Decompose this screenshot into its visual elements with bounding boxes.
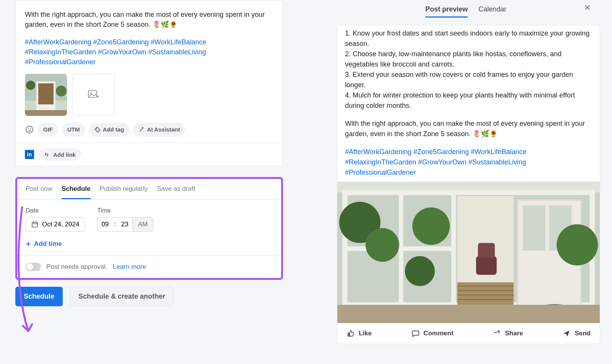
compose-column: With the right approach, you can make th… xyxy=(15,0,283,306)
svg-point-35 xyxy=(557,224,598,266)
time-group: Time 09 : 23 AM xyxy=(97,207,153,232)
svg-rect-4 xyxy=(25,110,67,116)
tip-1: 1. Know your frost dates and start seeds… xyxy=(345,28,592,49)
send-button[interactable]: Send xyxy=(562,329,591,338)
comment-icon xyxy=(411,329,420,338)
image-plus-icon xyxy=(88,90,99,99)
add-link-chip[interactable]: Add link xyxy=(39,148,81,161)
time-sep: : xyxy=(112,218,117,231)
approval-row: Post needs approval. Learn more xyxy=(17,255,281,278)
time-minute[interactable]: 23 xyxy=(117,218,132,231)
composer-card: With the right approach, you can make th… xyxy=(15,0,283,166)
smile-icon xyxy=(25,125,34,134)
tag-icon xyxy=(94,127,101,133)
tab-calendar[interactable]: Calendar xyxy=(479,5,506,18)
send-icon xyxy=(562,329,571,338)
utm-chip[interactable]: UTM xyxy=(62,123,85,136)
approval-text: Post needs approval. xyxy=(46,263,107,271)
approval-toggle[interactable] xyxy=(26,263,41,271)
svg-point-32 xyxy=(366,228,399,262)
schedule-buttons: Schedule Schedule & create another xyxy=(15,287,283,306)
svg-point-34 xyxy=(405,256,435,286)
thumbs-up-icon xyxy=(347,329,355,338)
compose-chip-row: GIF UTM Add tag AI Assistant xyxy=(25,123,273,136)
svg-rect-30 xyxy=(478,243,495,258)
date-label: Date xyxy=(26,207,85,214)
preview-card: 1. Know your frost dates and start seeds… xyxy=(337,25,600,344)
tip-2: 2. Choose hardy, low-maintenance plants … xyxy=(345,49,592,70)
greenhouse-thumbnail-svg xyxy=(25,74,67,116)
preview-hashtags[interactable]: #AfterWorkGardening #Zone5Gardening #Wor… xyxy=(345,147,592,178)
tab-schedule[interactable]: Schedule xyxy=(62,185,91,199)
svg-rect-29 xyxy=(476,256,497,275)
wand-icon xyxy=(138,127,145,133)
svg-point-33 xyxy=(412,207,450,245)
plus-icon xyxy=(26,241,31,247)
calendar-icon xyxy=(31,221,38,228)
gif-chip[interactable]: GIF xyxy=(38,123,58,136)
tip-4: 4. Mulch for winter protection to keep y… xyxy=(345,90,592,111)
media-row xyxy=(25,74,273,116)
preview-actions: Like Comment Share Send xyxy=(337,323,600,344)
date-picker[interactable]: Oct 24, 2024 xyxy=(26,217,85,232)
attached-image-thumb[interactable] xyxy=(25,74,67,116)
schedule-button[interactable]: Schedule xyxy=(15,287,63,306)
link-row: in Add link xyxy=(16,143,283,166)
svg-point-12 xyxy=(96,128,96,129)
tab-publish-regularly[interactable]: Publish regularly xyxy=(100,185,148,199)
ai-assistant-chip[interactable]: AI Assistant xyxy=(133,123,185,136)
emoji-button[interactable] xyxy=(25,125,34,134)
date-value: Oct 24, 2024 xyxy=(42,221,79,228)
composer-body[interactable]: With the right approach, you can make th… xyxy=(16,0,283,143)
time-label: Time xyxy=(97,207,153,214)
svg-point-6 xyxy=(56,86,67,96)
tab-save-draft[interactable]: Save as draft xyxy=(157,185,195,199)
close-icon[interactable]: × xyxy=(584,2,591,14)
svg-rect-21 xyxy=(523,206,545,251)
add-image-button[interactable] xyxy=(72,74,114,116)
linkedin-icon[interactable]: in xyxy=(25,150,34,159)
time-hour[interactable]: 09 xyxy=(98,218,112,231)
svg-point-10 xyxy=(28,128,29,129)
svg-point-9 xyxy=(26,126,33,133)
link-icon xyxy=(43,151,50,158)
share-icon xyxy=(493,329,501,338)
schedule-panel: Post now Schedule Publish regularly Save… xyxy=(15,177,283,280)
svg-point-8 xyxy=(90,92,92,94)
schedule-body: Date Oct 24, 2024 Time 09 : 23 AM xyxy=(17,200,281,255)
tab-post-preview[interactable]: Post preview xyxy=(425,5,468,18)
schedule-tabs: Post now Schedule Publish regularly Save… xyxy=(17,179,281,200)
preview-paragraph: With the right approach, you can make th… xyxy=(345,119,592,139)
time-picker[interactable]: 09 : 23 AM xyxy=(97,217,153,232)
date-group: Date Oct 24, 2024 xyxy=(26,207,85,232)
preview-column: Post preview Calendar × 1. Know your fro… xyxy=(332,0,600,344)
svg-rect-13 xyxy=(32,222,37,227)
like-button[interactable]: Like xyxy=(347,329,372,338)
svg-point-5 xyxy=(26,81,35,90)
tip-3: 3. Extend your season with row covers or… xyxy=(345,70,592,90)
preview-tabs: Post preview Calendar × xyxy=(332,0,600,21)
comment-button[interactable]: Comment xyxy=(411,329,453,338)
add-time-button[interactable]: Add time xyxy=(26,240,273,248)
preview-text: 1. Know your frost dates and start seeds… xyxy=(337,25,600,182)
schedule-create-another-button[interactable]: Schedule & create another xyxy=(70,287,174,306)
svg-point-11 xyxy=(30,128,31,129)
tab-post-now[interactable]: Post now xyxy=(26,185,52,199)
learn-more-link[interactable]: Learn more xyxy=(113,263,146,271)
compose-hashtags[interactable]: #AfterWorkGardening #Zone5Gardening #Wor… xyxy=(25,37,273,67)
time-ampm[interactable]: AM xyxy=(132,218,153,231)
svg-rect-37 xyxy=(337,305,600,323)
share-button[interactable]: Share xyxy=(493,329,523,338)
preview-image[interactable] xyxy=(337,182,600,323)
svg-rect-3 xyxy=(38,83,54,104)
greenhouse-image-svg xyxy=(337,182,600,323)
compose-text: With the right approach, you can make th… xyxy=(25,11,265,28)
add-tag-chip[interactable]: Add tag xyxy=(89,123,130,136)
